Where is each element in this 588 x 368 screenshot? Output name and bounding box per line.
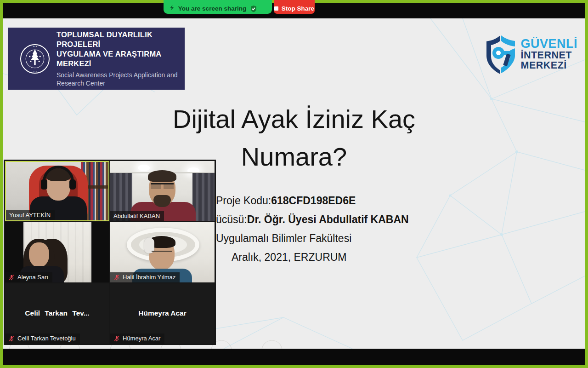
participant-name-label: Hümeyra Acar [110,334,164,344]
shared-screen: • • • • • • TOPLUMSAL DUYARLILIK PROJELE… [0,0,588,368]
svg-text:• • •: • • • [33,45,37,47]
shield-check-icon [250,5,257,12]
project-code-line: Proje Kodu: 618CFD198ED6E [216,191,409,210]
participant-beard [153,195,171,207]
slide-title-line1: Dijital Ayak İziniz Kaç [3,100,585,138]
banner-subtitle-line2: Research Center [57,79,185,87]
video-participant-grid[interactable]: Yusuf AYTEKİN Abdullatif KABAN [4,160,216,345]
participant-hair [148,170,176,182]
gim-word-merkezi: MERKEZİ [520,61,577,71]
video-tile-halil[interactable]: Halil İbrahim Yılmaz [110,222,215,282]
curtain-right [192,173,215,221]
mic-muted-icon [113,335,120,342]
participant-name: Yusuf AYTEKİN [9,212,51,218]
participant-name-label: Yusuf AYTEKİN [6,210,55,220]
participant-name: Celil Tarkan Tevetoğlu [17,335,76,342]
video-tile-aleyna[interactable]: Aleyna Sarı [5,222,109,282]
headphone-cup [69,179,76,190]
gim-word-internet: İNTERNET [520,51,577,61]
faculty-line: Uygulamalı Bilimler Fakültesi [216,229,409,248]
project-info: Proje Kodu: 618CFD198ED6E ücüsü: Dr. Öğr… [216,191,409,267]
ceiling-light [138,165,150,171]
safe-internet-center-logo: GÜVENLİ İNTERNET MERKEZİ [485,34,577,74]
banner-subtitle-line1: Social Awareness Projects Application an… [57,71,185,79]
banner-title-line2: UYGULAMA VE ARAŞTIRMA MERKEZİ [57,49,185,69]
eyeglasses [151,183,174,189]
stop-share-button[interactable]: Stop Share [274,0,315,14]
project-lead-line: ücüsü: Dr. Öğr. Üyesi Abdullatif KABAN [216,210,409,229]
participant-head [29,242,49,267]
video-tile-humeyra[interactable]: Hümeyra Acar Hümeyra Acar [110,283,215,344]
screen-sharing-status-bar[interactable]: You are screen sharing [164,0,272,14]
stop-share-label: Stop Share [282,5,314,12]
participant-display-name: Celil Tarkan Tev... [5,309,109,317]
eyeglasses [152,251,172,255]
headphone-cup [41,179,47,190]
participant-name-label: Abdullatif KABAN [110,211,164,221]
participant-display-name: Hümeyra Acar [110,309,215,317]
participant-name: Aleyna Sarı [17,274,48,281]
video-tile-kaban[interactable]: Abdullatif KABAN [110,161,215,221]
mic-muted-icon [113,274,120,281]
participant-name-label: Halil İbrahim Yılmaz [110,272,180,282]
date-location-line: Aralık, 2021, ERZURUM [232,248,409,267]
mic-muted-icon [8,335,15,342]
screen-sharing-status-text: You are screen sharing [178,5,246,12]
share-bolt-icon [169,5,175,11]
banner-title-line1: TOPLUMSAL DUYARLILIK PROJELERİ [57,30,185,49]
participant-name: Hümeyra Acar [123,335,160,342]
participant-name-label: Celil Tarkan Tevetoğlu [5,334,80,344]
project-code-label: Proje Kodu: [216,195,271,207]
project-code-value: 618CFD198ED6E [271,195,356,207]
video-tile-yusuf[interactable]: Yusuf AYTEKİN [5,161,109,221]
university-seal-icon: • • • • • • [20,44,50,74]
gim-shield-icon [485,34,519,74]
gim-word-guvenli: GÜVENLİ [520,38,577,51]
project-lead-label: ücüsü: [216,213,247,226]
participant-name: Halil İbrahim Yılmaz [123,274,175,281]
stop-icon [274,6,278,11]
participant-name: Abdullatif KABAN [113,213,160,219]
university-banner: • • • • • • TOPLUMSAL DUYARLILIK PROJELE… [8,28,185,90]
video-tile-celil[interactable]: Celil Tarkan Tev... Celil Tarkan Tevetoğ… [5,283,109,344]
participant-name-label: Aleyna Sarı [5,272,52,282]
mic-muted-icon [8,274,15,281]
svg-text:• • •: • • • [33,70,37,73]
project-lead-value: Dr. Öğr. Üyesi Abdullatif KABAN [247,213,409,226]
